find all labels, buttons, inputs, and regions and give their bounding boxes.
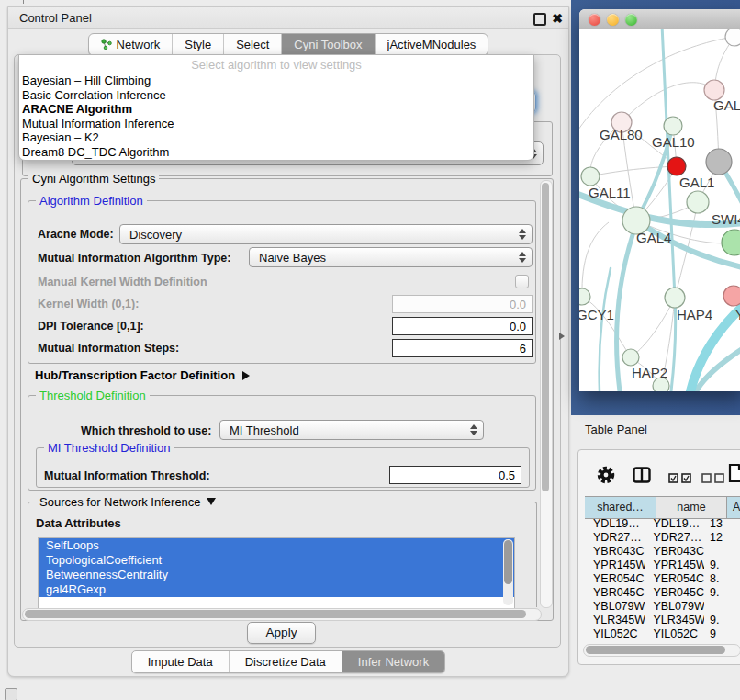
attribute-item-selected[interactable]: BetweennessCentrality (39, 568, 514, 582)
table-row[interactable]: YBR045CYBR045C9. (585, 586, 740, 600)
table-cell: YPR145W (585, 559, 645, 572)
mi-algorithm-type-value: Naive Bayes (259, 251, 326, 265)
node-HAP2[interactable] (622, 349, 639, 366)
mi-steps-input[interactable]: 6 (392, 339, 533, 357)
table-row[interactable]: YDL19…YDL19…13 (585, 517, 740, 531)
node-GAL11[interactable] (581, 167, 600, 186)
mi-threshold-input[interactable]: 0.5 (389, 466, 521, 484)
algorithm-option-selected[interactable]: ARACNE Algorithm (19, 102, 533, 117)
table-cell: 12 (704, 531, 740, 545)
column-header-partial[interactable]: A (727, 497, 740, 518)
float-window-icon[interactable] (533, 13, 546, 26)
deselect-all-checkboxes-icon[interactable] (701, 470, 725, 487)
node-salmon[interactable] (723, 286, 740, 306)
table-settings-gear-icon[interactable] (596, 465, 616, 489)
tab-cyni-toolbox[interactable]: Cyni Toolbox (281, 34, 374, 55)
table-row[interactable]: YBR043CYBR043C (585, 545, 740, 559)
control-panel-titlebar: Control Panel ✖ (8, 7, 568, 29)
tab-discretize-data-label: Discretize Data (245, 655, 326, 669)
sources-section-toggle[interactable]: Sources for Network Inference (36, 495, 219, 510)
combo-arrows-icon (518, 229, 526, 240)
node-red-selected[interactable] (667, 157, 686, 175)
threshold-definition-group: Threshold Definition Which threshold to … (28, 395, 536, 491)
tab-impute-data[interactable]: Impute Data (132, 651, 229, 672)
table-row[interactable]: YIL052CYIL052C9 (585, 627, 740, 641)
tab-style[interactable]: Style (172, 34, 223, 55)
tab-discretize-data[interactable]: Discretize Data (229, 651, 342, 672)
algorithm-option[interactable]: Basic Correlation Inference (19, 88, 533, 103)
node-unlabeled-top[interactable] (725, 29, 740, 46)
node-gray[interactable] (706, 149, 732, 175)
table-row[interactable]: YER054CYER054C8. (585, 572, 740, 586)
attribute-item-selected[interactable]: SelfLoops (39, 538, 514, 553)
settings-horizontal-scrollbar-thumb[interactable] (25, 610, 526, 618)
table-row[interactable]: YLR345WYLR345W9. (585, 614, 740, 627)
algorithm-option[interactable]: Mutual Information Inference (19, 117, 533, 131)
close-traffic-light[interactable] (589, 14, 600, 26)
table-row[interactable]: YPR145WYPR145W9. (585, 559, 740, 572)
table-row[interactable]: YBL079WYBL079W (585, 600, 740, 614)
minimize-traffic-light[interactable] (607, 14, 619, 26)
algorithm-option[interactable]: Bayesian – Hill Climbing (19, 73, 533, 88)
panel-divider-handle[interactable] (559, 333, 565, 340)
table-cell: YLR345W (585, 614, 645, 627)
node-bright-green[interactable] (722, 230, 740, 255)
table-row[interactable]: YDR27…YDR27…12 (585, 531, 740, 545)
algorithm-option[interactable]: Dream8 DC_TDC Algorithm (19, 145, 533, 160)
node-GAL1[interactable] (687, 191, 709, 213)
node-GCY1[interactable] (579, 288, 590, 305)
kernel-width-input[interactable]: 0.0 (392, 295, 533, 313)
algorithm-dropdown-placeholder: Select algorithm to view settings (19, 57, 533, 73)
zoom-traffic-light[interactable] (625, 14, 637, 26)
expand-right-icon (242, 371, 250, 380)
which-threshold-combo[interactable]: MI Threshold (219, 420, 484, 440)
close-icon[interactable]: ✖ (552, 9, 563, 28)
select-all-checkboxes-icon[interactable] (668, 470, 692, 487)
sources-title: Sources for Network Inference (39, 495, 201, 509)
tab-select[interactable]: Select (223, 34, 281, 55)
tab-infer-network[interactable]: Infer Network (342, 651, 444, 672)
data-attributes-label: Data Attributes (36, 515, 121, 531)
table-cell: YBR043C (645, 545, 704, 559)
control-panel-title: Control Panel (19, 11, 92, 25)
network-canvas[interactable]: GAL GAL80 GAL10 GAL1 GAL11 SWI4 GAL4 GCY… (579, 29, 740, 391)
algorithm-option[interactable]: Bayesian – K2 (19, 130, 533, 145)
mi-algorithm-type-combo[interactable]: Naive Bayes (249, 247, 533, 267)
tab-jactivemnodules-label: jActiveMNodules (387, 38, 477, 51)
cyni-toolbox-panel: gal4filtered.sif default node Select alg… (14, 54, 561, 648)
document-icon[interactable] (728, 463, 740, 487)
column-header-sharedname[interactable]: shared… (585, 497, 656, 518)
network-graph: GAL GAL80 GAL10 GAL1 GAL11 SWI4 GAL4 GCY… (579, 29, 740, 391)
column-layout-icon[interactable] (633, 467, 651, 487)
network-window-titlebar[interactable] (579, 9, 740, 30)
settings-vertical-scrollbar[interactable] (540, 180, 553, 608)
settings-vertical-scrollbar-thumb[interactable] (542, 183, 549, 491)
tab-infer-network-label: Infer Network (358, 655, 429, 669)
settings-horizontal-scrollbar[interactable] (22, 608, 542, 621)
hub-transcription-section-toggle[interactable]: Hub/Transcription Factor Definition (35, 367, 250, 384)
node-label: SWI4 (712, 211, 740, 227)
table-cell: YDL19… (645, 517, 704, 531)
collapse-down-icon (207, 498, 216, 505)
table-horizontal-scrollbar[interactable] (583, 644, 740, 657)
aracne-mode-combo[interactable]: Discovery (119, 224, 533, 244)
table-horizontal-scrollbar-thumb[interactable] (586, 646, 725, 654)
table-cell: YBR045C (585, 586, 645, 600)
node-label: GAL80 (600, 127, 643, 142)
node-HAP4[interactable] (665, 288, 685, 308)
node-GAL10[interactable] (664, 117, 682, 135)
dpi-tolerance-input[interactable]: 0.0 (392, 317, 533, 335)
attribute-item-selected[interactable]: TopologicalCoefficient (39, 553, 514, 568)
tab-jactivemnodules[interactable]: jActiveMNodules (375, 34, 488, 55)
node-label: GAL1 (679, 175, 714, 190)
table-cell: YBL079W (645, 600, 704, 614)
column-header-name[interactable]: name (656, 497, 727, 518)
attributes-scrollbar[interactable] (503, 539, 513, 605)
dpi-tolerance-label: DPI Tolerance [0,1]: (38, 319, 144, 334)
apply-button[interactable]: Apply (247, 622, 316, 644)
tab-network[interactable]: Network (89, 34, 173, 55)
collapsed-panel-icon[interactable] (5, 688, 17, 700)
attributes-scrollbar-thumb[interactable] (504, 540, 512, 584)
attribute-item-selected[interactable]: gal4RGexp (39, 582, 514, 597)
manual-kernel-width-checkbox[interactable] (515, 275, 529, 288)
